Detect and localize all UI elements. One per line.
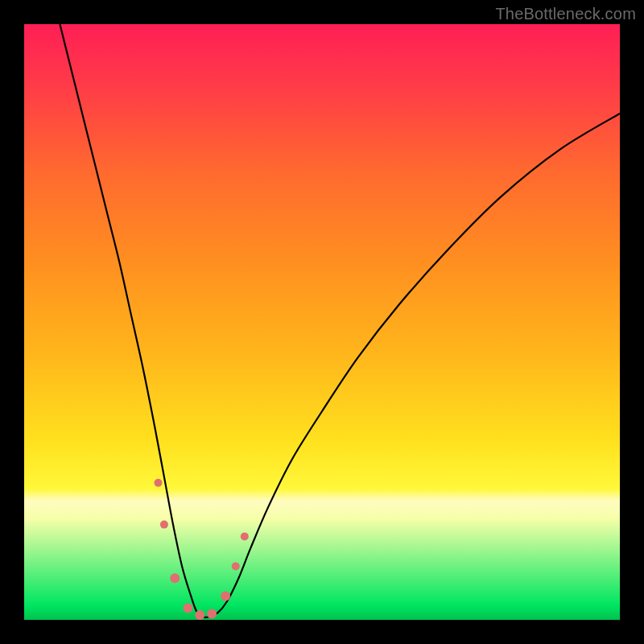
- curve-marker: [241, 532, 249, 540]
- bottleneck-chart: [24, 24, 620, 620]
- curve-marker: [170, 573, 180, 583]
- curve-marker: [195, 610, 204, 620]
- curve-marker: [160, 521, 168, 529]
- gradient-background: [24, 24, 620, 620]
- attribution-label: TheBottleneck.com: [495, 5, 636, 23]
- curve-marker: [221, 591, 230, 601]
- curve-marker: [184, 603, 193, 613]
- chart-frame: TheBottleneck.com: [0, 0, 644, 644]
- curve-marker: [207, 609, 217, 619]
- curve-marker: [155, 479, 163, 487]
- plot-area: [24, 24, 620, 620]
- curve-marker: [232, 562, 240, 570]
